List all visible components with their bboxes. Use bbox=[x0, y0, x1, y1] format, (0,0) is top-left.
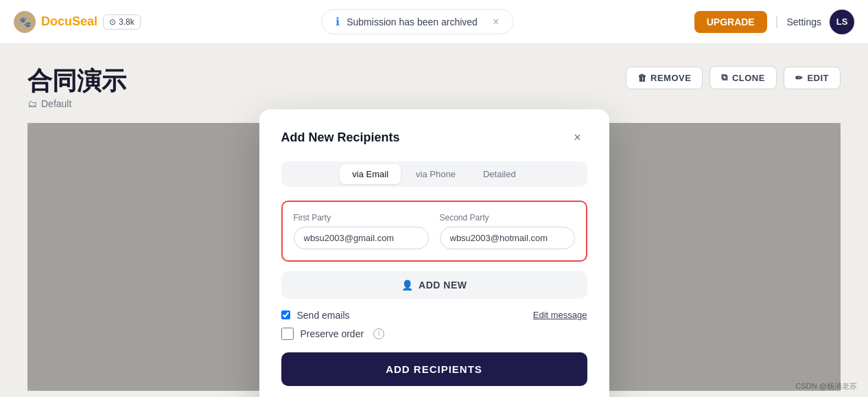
settings-link[interactable]: Settings bbox=[786, 16, 821, 27]
send-emails-row: Send emails Edit message bbox=[281, 310, 587, 321]
second-party-label: Second Party bbox=[440, 213, 575, 223]
preserve-order-checkbox[interactable] bbox=[281, 328, 294, 340]
clone-button[interactable]: ⧉ CLONE bbox=[709, 66, 777, 89]
second-party-input[interactable] bbox=[440, 227, 575, 249]
remove-icon: 🗑 bbox=[637, 73, 647, 83]
github-icon: ⊙ bbox=[109, 17, 116, 27]
add-new-label: ADD NEW bbox=[419, 280, 467, 291]
page-header: 合同演示 🗂 Default 🗑 REMOVE ⧉ CLONE ✏ EDIT bbox=[27, 66, 841, 109]
page-content: 合同演示 🗂 Default 🗑 REMOVE ⧉ CLONE ✏ EDIT bbox=[0, 44, 868, 397]
remove-button[interactable]: 🗑 REMOVE bbox=[626, 67, 703, 89]
tab-via-phone[interactable]: via Phone bbox=[403, 164, 468, 184]
edit-icon: ✏ bbox=[795, 73, 804, 83]
preserve-order-row: Preserve order i bbox=[281, 328, 587, 340]
brand-name: DocuSeal bbox=[41, 14, 97, 29]
recipients-container: First Party Second Party bbox=[281, 201, 587, 262]
preserve-order-info-icon: i bbox=[373, 328, 384, 339]
add-new-icon: 👤 bbox=[401, 280, 414, 291]
page-subtitle: 🗂 Default bbox=[27, 98, 126, 109]
send-emails-label: Send emails bbox=[297, 310, 350, 321]
tab-detailed[interactable]: Detailed bbox=[471, 164, 528, 184]
remove-label: REMOVE bbox=[650, 73, 691, 83]
page-folder: Default bbox=[41, 98, 71, 109]
notification-close-button[interactable]: × bbox=[493, 16, 499, 28]
github-stars: 3.8k bbox=[119, 17, 134, 27]
avatar[interactable]: LS bbox=[830, 10, 854, 34]
brand: 🐾 DocuSeal ⊙ 3.8k bbox=[14, 11, 141, 33]
edit-message-link[interactable]: Edit message bbox=[533, 310, 587, 320]
page-title-area: 合同演示 🗂 Default bbox=[27, 66, 126, 109]
brand-logo: 🐾 bbox=[14, 11, 36, 33]
second-party-field: Second Party bbox=[440, 213, 575, 249]
edit-label: EDIT bbox=[807, 73, 829, 83]
navbar: 🐾 DocuSeal ⊙ 3.8k ℹ Submission has been … bbox=[0, 0, 868, 44]
first-party-label: First Party bbox=[294, 213, 429, 223]
modal-overlay: Add New Recipients × via Email via Phone… bbox=[27, 123, 841, 391]
content-area: Add New Recipients × via Email via Phone… bbox=[27, 123, 841, 391]
notification-icon: ℹ bbox=[336, 15, 340, 28]
edit-button[interactable]: ✏ EDIT bbox=[784, 67, 841, 89]
send-emails-checkbox[interactable] bbox=[281, 310, 290, 319]
page-title: 合同演示 bbox=[27, 66, 126, 95]
modal-tabs: via Email via Phone Detailed bbox=[281, 161, 587, 187]
clone-label: CLONE bbox=[732, 73, 765, 83]
first-party-field: First Party bbox=[294, 213, 429, 249]
folder-icon: 🗂 bbox=[27, 98, 37, 109]
tab-via-email[interactable]: via Email bbox=[340, 164, 401, 184]
page-actions: 🗑 REMOVE ⧉ CLONE ✏ EDIT bbox=[626, 66, 841, 89]
logo-icon: 🐾 bbox=[19, 16, 31, 27]
nav-divider: | bbox=[775, 14, 779, 29]
first-party-input[interactable] bbox=[294, 227, 429, 249]
clone-icon: ⧉ bbox=[721, 72, 728, 83]
preserve-order-label: Preserve order bbox=[301, 328, 364, 339]
add-new-button[interactable]: 👤 ADD NEW bbox=[281, 271, 587, 299]
github-badge[interactable]: ⊙ 3.8k bbox=[103, 14, 141, 30]
modal-close-button[interactable]: × bbox=[568, 128, 587, 148]
modal-title: Add New Recipients bbox=[281, 131, 400, 145]
modal-header: Add New Recipients × bbox=[281, 128, 587, 148]
add-recipients-button[interactable]: ADD RECIPIENTS bbox=[281, 352, 587, 386]
modal: Add New Recipients × via Email via Phone… bbox=[259, 109, 609, 397]
send-emails-left: Send emails bbox=[281, 310, 350, 321]
nav-right: UPGRADE | Settings LS bbox=[694, 10, 854, 34]
notification-bar: ℹ Submission has been archived × bbox=[152, 9, 683, 34]
notification-pill: ℹ Submission has been archived × bbox=[321, 9, 513, 34]
upgrade-button[interactable]: UPGRADE bbox=[694, 11, 767, 33]
notification-message: Submission has been archived bbox=[347, 16, 478, 27]
